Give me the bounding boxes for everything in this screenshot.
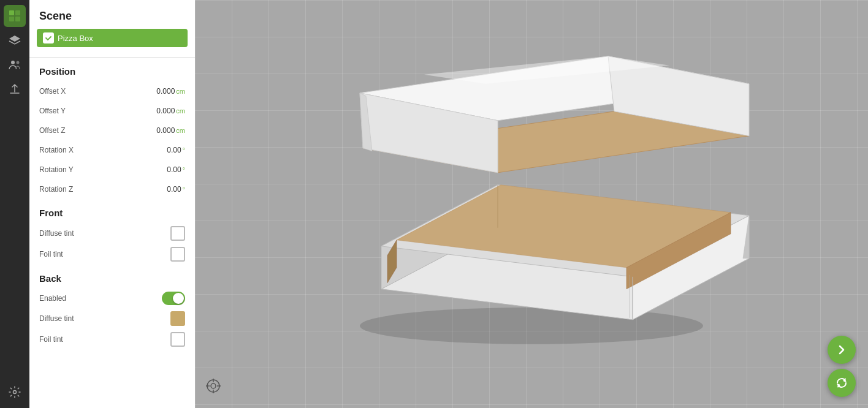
rotation-x-label: Rotation X bbox=[39, 146, 167, 154]
arrow-right-icon bbox=[835, 343, 848, 357]
settings-icon bbox=[9, 386, 21, 398]
svg-point-6 bbox=[13, 391, 17, 394]
check-icon bbox=[43, 32, 54, 43]
back-enabled-row: Enabled bbox=[29, 289, 195, 308]
svg-point-7 bbox=[360, 308, 703, 344]
icon-sidebar bbox=[0, 0, 29, 408]
back-enabled-label: Enabled bbox=[39, 294, 162, 303]
svg-rect-0 bbox=[9, 10, 14, 15]
back-foil-tint-checkbox[interactable] bbox=[170, 332, 185, 347]
rotation-y-label: Rotation Y bbox=[39, 165, 167, 174]
offset-z-value: 0.000 cm bbox=[156, 126, 185, 135]
offset-z-label: Offset Z bbox=[39, 126, 156, 135]
back-section-title: Back bbox=[29, 265, 195, 289]
rotation-z-label: Rotation Z bbox=[39, 185, 167, 194]
scene-item-pizza-box[interactable]: Pizza Box bbox=[37, 29, 188, 47]
front-diffuse-tint-label: Diffuse tint bbox=[39, 229, 170, 238]
target-svg bbox=[205, 377, 222, 395]
rotation-z-row: Rotation Z 0.00 ° bbox=[29, 179, 195, 199]
sidebar-layers-btn[interactable] bbox=[4, 29, 26, 51]
offset-x-row: Offset X 0.000 cm bbox=[29, 81, 195, 101]
viewport[interactable] bbox=[195, 0, 868, 408]
sidebar-upload-btn[interactable] bbox=[4, 78, 26, 100]
rotation-x-row: Rotation X 0.00 ° bbox=[29, 140, 195, 160]
front-section-title: Front bbox=[29, 199, 195, 223]
position-section-title: Position bbox=[29, 58, 195, 81]
front-diffuse-tint-checkbox[interactable] bbox=[170, 226, 185, 241]
sidebar-settings-btn[interactable] bbox=[4, 381, 26, 403]
back-foil-tint-label: Foil tint bbox=[39, 335, 170, 344]
back-enabled-toggle[interactable] bbox=[162, 292, 185, 305]
properties-panel: Scene Pizza Box Position Offset X 0.000 … bbox=[29, 0, 195, 408]
pizza-box-svg bbox=[302, 26, 761, 369]
svg-point-4 bbox=[11, 61, 15, 64]
front-diffuse-tint-row: Diffuse tint bbox=[29, 223, 195, 244]
panel-title: Scene bbox=[29, 0, 195, 29]
scene-icon bbox=[8, 9, 21, 23]
next-arrow-button[interactable] bbox=[828, 336, 856, 364]
layers-icon bbox=[8, 34, 21, 47]
front-foil-tint-label: Foil tint bbox=[39, 250, 170, 259]
rotation-z-value: 0.00 ° bbox=[167, 185, 185, 194]
people-icon bbox=[8, 58, 21, 72]
offset-y-row: Offset Y 0.000 cm bbox=[29, 101, 195, 121]
pizza-box-3d bbox=[302, 26, 761, 369]
front-foil-tint-row: Foil tint bbox=[29, 244, 195, 265]
back-foil-tint-row: Foil tint bbox=[29, 329, 195, 350]
scene-item-label: Pizza Box bbox=[58, 34, 93, 43]
sidebar-people-btn[interactable] bbox=[4, 54, 26, 76]
rotation-y-value: 0.00 ° bbox=[167, 165, 185, 174]
target-icon[interactable] bbox=[205, 377, 222, 398]
svg-rect-3 bbox=[15, 17, 20, 21]
back-diffuse-tint-label: Diffuse tint bbox=[39, 314, 170, 323]
offset-y-value: 0.000 cm bbox=[156, 107, 185, 115]
rotation-y-row: Rotation Y 0.00 ° bbox=[29, 160, 195, 179]
offset-y-label: Offset Y bbox=[39, 107, 156, 115]
offset-x-value: 0.000 cm bbox=[156, 87, 185, 96]
svg-point-27 bbox=[211, 383, 216, 388]
svg-rect-2 bbox=[9, 17, 14, 21]
back-diffuse-tint-row: Diffuse tint bbox=[29, 308, 195, 329]
rotation-x-value: 0.00 ° bbox=[167, 146, 185, 154]
sidebar-scene-btn[interactable] bbox=[4, 5, 26, 27]
offset-x-label: Offset X bbox=[39, 87, 156, 96]
refresh-icon bbox=[835, 376, 848, 390]
back-diffuse-tint-checkbox[interactable] bbox=[170, 311, 185, 326]
svg-point-5 bbox=[17, 61, 20, 64]
svg-rect-1 bbox=[15, 10, 20, 15]
refresh-button[interactable] bbox=[828, 369, 856, 397]
front-foil-tint-checkbox[interactable] bbox=[170, 247, 185, 262]
checkmark-icon bbox=[45, 34, 52, 42]
offset-z-row: Offset Z 0.000 cm bbox=[29, 121, 195, 140]
upload-icon bbox=[8, 83, 21, 96]
